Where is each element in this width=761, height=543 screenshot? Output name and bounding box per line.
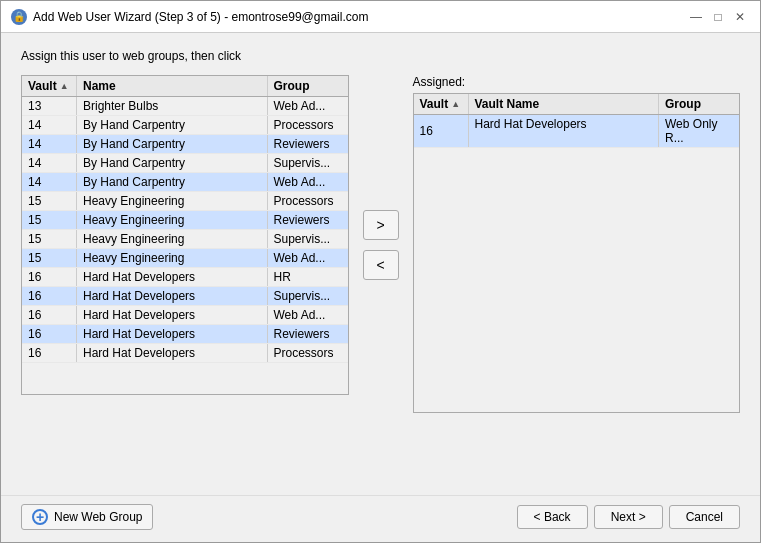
row-vault: 14 <box>22 173 77 191</box>
left-table-row[interactable]: 16 Hard Hat Developers Web Ad... <box>22 306 348 325</box>
minimize-button[interactable]: — <box>686 7 706 27</box>
row-name: Heavy Engineering <box>77 211 268 229</box>
row-group: Web Ad... <box>268 249 348 267</box>
row-vault: 16 <box>414 115 469 147</box>
navigation-buttons: < Back Next > Cancel <box>517 505 740 529</box>
left-table-row[interactable]: 16 Hard Hat Developers Reviewers <box>22 325 348 344</box>
row-vault: 14 <box>22 135 77 153</box>
next-button[interactable]: Next > <box>594 505 663 529</box>
row-vault: 15 <box>22 249 77 267</box>
row-group: Processors <box>268 192 348 210</box>
row-name: Brighter Bulbs <box>77 97 268 115</box>
left-table-row[interactable]: 15 Heavy Engineering Web Ad... <box>22 249 348 268</box>
right-vault-col-header: Vault ▲ <box>414 94 469 114</box>
row-name: By Hand Carpentry <box>77 116 268 134</box>
row-name: Heavy Engineering <box>77 230 268 248</box>
remove-button[interactable]: < <box>363 250 399 280</box>
name-col-header: Name <box>77 76 268 96</box>
row-name: Hard Hat Developers <box>77 268 268 286</box>
row-name: Hard Hat Developers <box>77 306 268 324</box>
window-title: Add Web User Wizard (Step 3 of 5) - emon… <box>33 10 368 24</box>
row-group: Supervis... <box>268 230 348 248</box>
assigned-label: Assigned: <box>413 75 741 89</box>
left-table-row[interactable]: 16 Hard Hat Developers Processors <box>22 344 348 363</box>
wizard-window: 🔒 Add Web User Wizard (Step 3 of 5) - em… <box>0 0 761 543</box>
row-group: Reviewers <box>268 325 348 343</box>
row-group: Web Ad... <box>268 306 348 324</box>
right-table-row[interactable]: 16 Hard Hat Developers Web Only R... <box>414 115 740 148</box>
row-vault: 15 <box>22 230 77 248</box>
left-table-row[interactable]: 14 By Hand Carpentry Processors <box>22 116 348 135</box>
title-bar-left: 🔒 Add Web User Wizard (Step 3 of 5) - em… <box>11 9 368 25</box>
row-vault: 15 <box>22 211 77 229</box>
row-name: By Hand Carpentry <box>77 154 268 172</box>
left-table-row[interactable]: 15 Heavy Engineering Reviewers <box>22 211 348 230</box>
row-group: Processors <box>268 344 348 362</box>
vault-col-header: Vault ▲ <box>22 76 77 96</box>
left-table-row[interactable]: 15 Heavy Engineering Supervis... <box>22 230 348 249</box>
row-group: HR <box>268 268 348 286</box>
row-group: Web Only R... <box>659 115 739 147</box>
left-table-body: 13 Brighter Bulbs Web Ad... 14 By Hand C… <box>22 97 348 394</box>
left-table-row[interactable]: 16 Hard Hat Developers HR <box>22 268 348 287</box>
left-table-row[interactable]: 14 By Hand Carpentry Reviewers <box>22 135 348 154</box>
row-vault: 13 <box>22 97 77 115</box>
available-groups-table: Vault ▲ Name Group 13 Brighter Bulbs Web… <box>21 75 349 395</box>
row-name: Heavy Engineering <box>77 249 268 267</box>
row-group: Supervis... <box>268 154 348 172</box>
maximize-button[interactable]: □ <box>708 7 728 27</box>
right-table-header: Vault ▲ Vault Name Group <box>414 94 740 115</box>
right-table-body: 16 Hard Hat Developers Web Only R... <box>414 115 740 412</box>
row-group: Web Ad... <box>268 173 348 191</box>
left-table-row[interactable]: 15 Heavy Engineering Processors <box>22 192 348 211</box>
right-group-col-header: Group <box>659 94 739 114</box>
instruction-text: Assign this user to web groups, then cli… <box>21 49 740 63</box>
row-vault: 15 <box>22 192 77 210</box>
add-button[interactable]: > <box>363 210 399 240</box>
row-name: By Hand Carpentry <box>77 135 268 153</box>
row-vault: 16 <box>22 306 77 324</box>
close-button[interactable]: ✕ <box>730 7 750 27</box>
row-name: Hard Hat Developers <box>77 287 268 305</box>
row-name: Hard Hat Developers <box>77 325 268 343</box>
left-table-row[interactable]: 14 By Hand Carpentry Supervis... <box>22 154 348 173</box>
row-group: Processors <box>268 116 348 134</box>
row-group: Supervis... <box>268 287 348 305</box>
row-group: Web Ad... <box>268 97 348 115</box>
cancel-button[interactable]: Cancel <box>669 505 740 529</box>
left-table-row[interactable]: 13 Brighter Bulbs Web Ad... <box>22 97 348 116</box>
lock-icon: 🔒 <box>11 9 27 25</box>
row-name: By Hand Carpentry <box>77 173 268 191</box>
left-panel: Vault ▲ Name Group 13 Brighter Bulbs Web… <box>21 75 349 395</box>
window-controls: — □ ✕ <box>686 7 750 27</box>
row-group: Reviewers <box>268 211 348 229</box>
row-vault: 14 <box>22 116 77 134</box>
group-col-header: Group <box>268 76 348 96</box>
footer: + New Web Group < Back Next > Cancel <box>1 495 760 542</box>
assigned-groups-table: Vault ▲ Vault Name Group 16 Hard Hat Dev… <box>413 93 741 413</box>
row-name: Hard Hat Developers <box>469 115 660 147</box>
right-name-col-header: Vault Name <box>469 94 660 114</box>
back-button[interactable]: < Back <box>517 505 588 529</box>
transfer-buttons: > < <box>357 75 405 395</box>
left-table-row[interactable]: 14 By Hand Carpentry Web Ad... <box>22 173 348 192</box>
row-vault: 16 <box>22 344 77 362</box>
row-vault: 14 <box>22 154 77 172</box>
new-web-group-label: New Web Group <box>54 510 142 524</box>
main-area: Vault ▲ Name Group 13 Brighter Bulbs Web… <box>21 75 740 479</box>
right-panel: Assigned: Vault ▲ Vault Name Group 16 Ha… <box>413 75 741 413</box>
row-vault: 16 <box>22 268 77 286</box>
left-table-header: Vault ▲ Name Group <box>22 76 348 97</box>
row-name: Hard Hat Developers <box>77 344 268 362</box>
content-area: Assign this user to web groups, then cli… <box>1 33 760 495</box>
add-circle-icon: + <box>32 509 48 525</box>
row-vault: 16 <box>22 287 77 305</box>
title-bar: 🔒 Add Web User Wizard (Step 3 of 5) - em… <box>1 1 760 33</box>
left-table-row[interactable]: 16 Hard Hat Developers Supervis... <box>22 287 348 306</box>
row-vault: 16 <box>22 325 77 343</box>
new-web-group-button[interactable]: + New Web Group <box>21 504 153 530</box>
row-group: Reviewers <box>268 135 348 153</box>
row-name: Heavy Engineering <box>77 192 268 210</box>
